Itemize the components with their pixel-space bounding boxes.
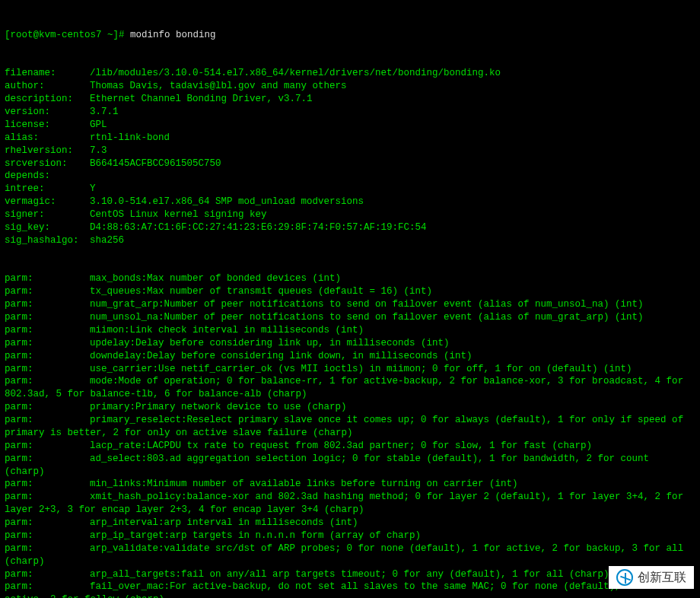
parm-line: parm:fail_over_mac:For active-backup, do… xyxy=(5,581,695,593)
field-value: B664145ACFBCC961505C750 xyxy=(90,158,221,169)
parm-line: parm:arp_interval:arp interval in millis… xyxy=(5,517,695,530)
parm-line: parm:tx_queues:Max number of transmit qu… xyxy=(5,285,695,298)
parm-value: lacp_rate:LACPDU tx rate to request from… xyxy=(90,441,592,451)
parm-key: parm: xyxy=(5,285,90,298)
parm-value: primary_reselect:Reselect primary slave … xyxy=(90,415,683,425)
field-key: srcversion: xyxy=(5,157,90,170)
parm-line: parm:primary_reselect:Reselect primary s… xyxy=(5,414,695,427)
watermark-text: 创新互联 xyxy=(638,569,686,586)
field-line: rhelversion:7.3 xyxy=(5,145,695,157)
parm-value: 802.3ad, 5 for balance-tlb, 6 for balanc… xyxy=(5,389,307,399)
parm-line: parm:miimon:Link check interval in milli… xyxy=(5,324,695,337)
parm-line: parm:downdelay:Delay before considering … xyxy=(5,350,695,363)
field-key: description: xyxy=(5,93,90,106)
parm-value: layer 2+3, 3 for encap layer 2+3, 4 for … xyxy=(5,504,364,515)
parm-line: parm:mode:Mode of operation; 0 for balan… xyxy=(5,375,695,388)
parm-value: num_unsol_na:Number of peer notification… xyxy=(90,312,644,323)
field-key: signer: xyxy=(5,208,90,221)
parm-line: parm:max_bonds:Max number of bonded devi… xyxy=(5,272,695,285)
parm-key: parm: xyxy=(5,414,90,427)
parm-line: (charp) xyxy=(5,466,695,479)
parm-value: (charp) xyxy=(5,556,45,567)
field-value: CentOS Linux kernel signing key xyxy=(90,209,267,220)
parm-line: parm:primary:Primary network device to u… xyxy=(5,401,695,414)
parm-line: parm:arp_ip_target:arp targets in n.n.n.… xyxy=(5,530,695,542)
field-line: license:GPL xyxy=(5,119,695,132)
parm-line: parm:arp_validate:validate src/dst of AR… xyxy=(5,542,695,555)
parm-line: primary is better, 2 for only on active … xyxy=(5,427,695,440)
parm-key: parm: xyxy=(5,453,90,466)
field-value: /lib/modules/3.10.0-514.el7.x86_64/kerne… xyxy=(90,68,501,78)
field-key: depends: xyxy=(5,170,90,183)
modinfo-fields: filename:/lib/modules/3.10.0-514.el7.x86… xyxy=(5,67,695,247)
parm-value: arp_validate:validate src/dst of ARP pro… xyxy=(90,543,683,554)
parm-key: parm: xyxy=(5,478,90,491)
parm-line: parm:num_grat_arp:Number of peer notific… xyxy=(5,298,695,311)
field-line: version:3.7.1 xyxy=(5,106,695,119)
parm-key: parm: xyxy=(5,581,90,593)
parm-line: layer 2+3, 3 for encap layer 2+3, 4 for … xyxy=(5,504,695,517)
parm-key: parm: xyxy=(5,363,90,376)
field-line: author:Thomas Davis, tadavis@lbl.gov and… xyxy=(5,80,695,93)
field-line: srcversion:B664145ACFBCC961505C750 xyxy=(5,157,695,170)
parm-key: parm: xyxy=(5,272,90,285)
parm-line: parm:lacp_rate:LACPDU tx rate to request… xyxy=(5,440,695,453)
parm-key: parm: xyxy=(5,375,90,388)
parm-line: parm:ad_select:803.ad aggregation select… xyxy=(5,453,695,466)
field-line: depends: xyxy=(5,170,695,183)
parm-value: xmit_hash_policy:balance-xor and 802.3ad… xyxy=(90,491,683,502)
parm-key: parm: xyxy=(5,298,90,311)
parm-line: parm:xmit_hash_policy:balance-xor and 80… xyxy=(5,491,695,504)
prompt-command: modinfo bonding xyxy=(130,30,216,40)
parm-key: parm: xyxy=(5,530,90,542)
parm-value: num_grat_arp:Number of peer notification… xyxy=(90,299,644,310)
parm-line: parm:use_carrier:Use netif_carrier_ok (v… xyxy=(5,363,695,376)
parm-value: arp_interval:arp interval in millisecond… xyxy=(90,517,358,528)
parm-key: parm: xyxy=(5,542,90,555)
field-value: Y xyxy=(90,183,96,194)
parm-value: primary:Primary network device to use (c… xyxy=(90,402,347,412)
parm-key: parm: xyxy=(5,311,90,324)
modinfo-parms: parm:max_bonds:Max number of bonded devi… xyxy=(5,272,695,598)
field-line: signer:CentOS Linux kernel signing key xyxy=(5,208,695,221)
parm-line: (charp) xyxy=(5,555,695,568)
parm-line: parm:num_unsol_na:Number of peer notific… xyxy=(5,311,695,324)
parm-value: downdelay:Delay before considering link … xyxy=(90,351,473,361)
field-key: license: xyxy=(5,119,90,132)
field-line: alias:rtnl-link-bond xyxy=(5,132,695,145)
parm-line: parm:min_links:Minimum number of availab… xyxy=(5,478,695,491)
parm-line: 802.3ad, 5 for balance-tlb, 6 for balanc… xyxy=(5,388,695,401)
parm-value: active, 2 for follow (charp) xyxy=(5,594,164,598)
parm-value: ad_select:803.ad aggregation selection l… xyxy=(90,453,649,464)
field-key: vermagic: xyxy=(5,196,90,208)
parm-key: parm: xyxy=(5,337,90,350)
parm-line: active, 2 for follow (charp) xyxy=(5,593,695,598)
field-key: rhelversion: xyxy=(5,145,90,157)
field-key: intree: xyxy=(5,183,90,196)
parm-value: miimon:Link check interval in millisecon… xyxy=(90,325,364,336)
field-line: vermagic:3.10.0-514.el7.x86_64 SMP mod_u… xyxy=(5,196,695,208)
parm-value: fail_over_mac:For active-backup, do not … xyxy=(90,581,655,592)
field-line: filename:/lib/modules/3.10.0-514.el7.x86… xyxy=(5,67,695,80)
parm-key: parm: xyxy=(5,324,90,337)
prompt-user-host: [root@kvm-centos7 ~]# xyxy=(5,30,125,40)
terminal-output[interactable]: [root@kvm-centos7 ~]# modinfo bonding fi… xyxy=(5,3,695,598)
field-value: 3.10.0-514.el7.x86_64 SMP mod_unload mod… xyxy=(90,196,364,207)
parm-key: parm: xyxy=(5,568,90,581)
field-key: version: xyxy=(5,106,90,119)
parm-line: parm:arp_all_targets:fail on any/all arp… xyxy=(5,568,695,581)
parm-key: parm: xyxy=(5,401,90,414)
parm-value: min_links:Minimum number of available li… xyxy=(90,479,518,489)
field-line: sig_key:D4:88:63:A7:C1:6F:CC:27:41:23:E6… xyxy=(5,221,695,234)
parm-key: parm: xyxy=(5,491,90,504)
parm-key: parm: xyxy=(5,517,90,530)
parm-value: primary is better, 2 for only on active … xyxy=(5,428,353,438)
watermark: 创新互联 xyxy=(609,566,694,589)
field-key: sig_hashalgo: xyxy=(5,234,90,247)
parm-key: parm: xyxy=(5,350,90,363)
field-line: sig_hashalgo:sha256 xyxy=(5,234,695,247)
field-value: Thomas Davis, tadavis@lbl.gov and many o… xyxy=(90,81,347,91)
parm-value: use_carrier:Use netif_carrier_ok (vs MII… xyxy=(90,364,632,374)
parm-value: max_bonds:Max number of bonded devices (… xyxy=(90,273,341,284)
parm-value: tx_queues:Max number of transmit queues … xyxy=(90,286,432,297)
